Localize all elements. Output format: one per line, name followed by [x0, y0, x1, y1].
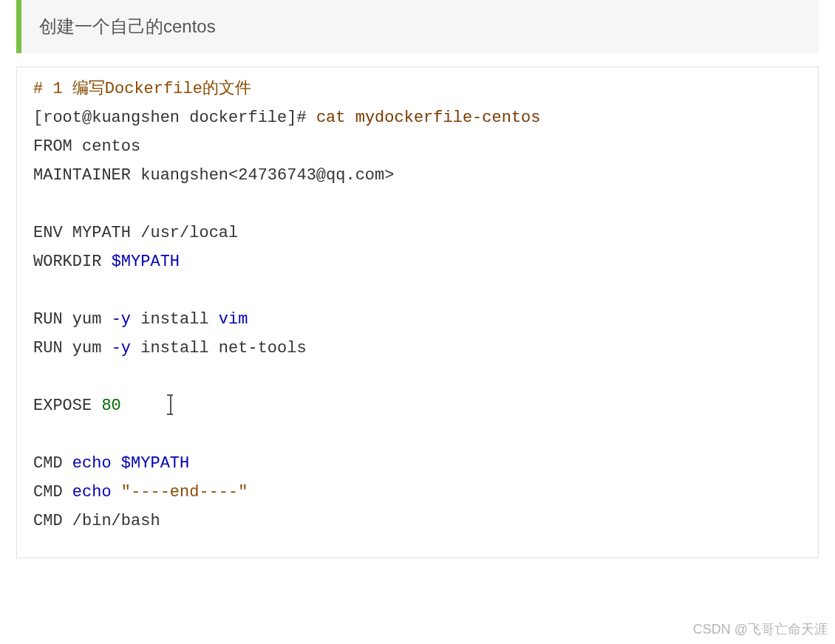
code-run1-pkg: vim — [219, 310, 248, 329]
code-prompt: [root@kuangshen dockerfile]# — [33, 109, 316, 127]
code-cmd2-echo: echo — [72, 483, 112, 501]
code-comment: # 1 编写Dockerfile的文件 — [33, 80, 251, 98]
code-maintainer: MAINTAINER kuangshen<24736743@qq.com> — [33, 166, 394, 185]
code-run1-c: install — [131, 310, 219, 329]
code-run2-c: install net-tools — [131, 339, 307, 357]
code-cmd: cat mydockerfile-centos — [316, 109, 541, 127]
code-run2-flag: -y — [112, 339, 131, 357]
text-cursor-icon — [170, 397, 171, 413]
code-cmd2-sp — [112, 483, 121, 501]
code-cmd1-a: CMD — [33, 454, 72, 473]
code-env-a: ENV MYPATH — [33, 224, 140, 242]
watermark-text: CSDN @飞哥亡命天涯 — [693, 620, 828, 638]
code-env-b: /usr/local — [140, 224, 238, 242]
code-cmd3: CMD /bin/bash — [33, 512, 160, 530]
code-workdir-a: WORKDIR — [33, 253, 112, 271]
code-cmd1-var: $MYPATH — [121, 454, 189, 473]
code-block: # 1 编写Dockerfile的文件 [root@kuangshen dock… — [16, 66, 819, 558]
code-expose-port: 80 — [101, 397, 120, 415]
code-expose-a: EXPOSE — [33, 397, 101, 415]
code-from: FROM centos — [33, 137, 140, 156]
code-run1-flag: -y — [112, 310, 131, 329]
quote-text: 创建一个自己的centos — [39, 16, 216, 36]
code-cmd2-a: CMD — [33, 483, 72, 501]
code-run2-a: RUN yum — [33, 339, 112, 357]
code-cmd1-sp — [112, 454, 121, 473]
code-cmd2-str: "----end----" — [121, 483, 248, 501]
quote-block: 创建一个自己的centos — [16, 0, 819, 53]
code-cmd1-echo: echo — [72, 454, 112, 473]
code-workdir-var: $MYPATH — [112, 253, 180, 271]
code-run1-a: RUN yum — [33, 310, 112, 329]
